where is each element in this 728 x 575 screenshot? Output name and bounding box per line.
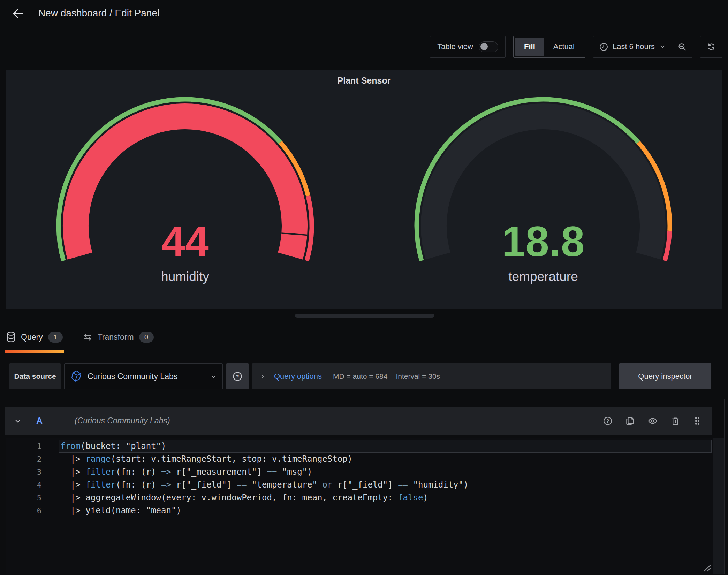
query-options-link[interactable]: Query options [274,372,322,381]
chevron-right-icon [260,374,266,380]
actual-button[interactable]: Actual [544,38,584,56]
back-button[interactable] [8,6,24,22]
chevron-down-icon [210,373,217,380]
refresh-button[interactable] [700,36,722,58]
tabs-divider [0,353,728,353]
help-circle-icon: ? [232,371,243,382]
table-view-toggle[interactable] [479,41,498,52]
code-line[interactable]: 4 |> filter(fn: (r) => r["_field"] == "t… [59,478,712,491]
line-number: 5 [6,491,41,504]
database-icon [6,332,16,343]
query-datasource-hint: (Curious Community Labs) [75,416,170,426]
max-data-points-value: MD = auto = 684 [333,372,387,381]
line-number: 3 [6,466,41,478]
tab-transform[interactable]: Transform 0 [82,321,155,353]
panel-toolbar: Table view Fill Actual Last 6 hours [430,36,722,58]
svg-text:44: 44 [161,218,209,265]
query-ref-id: A [36,416,43,426]
svg-text:18.8: 18.8 [502,218,584,265]
pane-resize-handle[interactable] [295,314,434,318]
grafana-edit-panel: New dashboard / Edit Panel Table view Fi… [0,0,728,575]
help-circle-icon[interactable]: ? [603,416,613,426]
tab-query-label: Query [21,332,43,342]
flux-query-editor[interactable]: 1from(bucket: "plant")2 |> range(start: … [6,438,724,574]
code-line[interactable]: 3 |> filter(fn: (r) => r["_measurement"]… [59,466,712,478]
gauges-row: 44humidity 18.8temperature [6,86,722,292]
active-tab-indicator [5,350,64,353]
influxdb-datasource-icon [70,370,83,383]
editor-resize-handle[interactable] [702,562,711,572]
duplicate-query-icon[interactable] [625,416,635,426]
time-range-picker[interactable]: Last 6 hours [593,36,692,58]
datasource-name: Curious Community Labs [88,372,177,381]
query-toolbar: Data source Curious Community Labs [9,363,711,389]
transform-icon [83,332,92,342]
line-number: 4 [6,478,41,491]
tab-query-count: 1 [48,332,63,343]
line-number: 2 [6,453,41,466]
code-line[interactable]: 2 |> range(start: v.timeRangeStart, stop… [59,453,712,466]
arrow-left-icon [9,6,24,21]
code-lines: 1from(bucket: "plant")2 |> range(start: … [6,438,724,517]
svg-text:temperature: temperature [508,269,578,284]
clock-icon [599,42,608,52]
svg-text:?: ? [236,374,239,380]
refresh-icon [706,42,716,52]
code-line[interactable]: 6 |> yield(name: "mean") [59,504,712,517]
panel-title: Plant Sensor [6,70,722,86]
page-title: New dashboard / Edit Panel [38,8,159,19]
query-row-header: A (Curious Community Labs) ? [5,407,712,435]
datasource-label: Data source [9,363,61,389]
gauge-humidity: 44humidity [6,86,364,292]
drag-handle-icon[interactable] [693,416,702,426]
code-line[interactable]: 5 |> aggregateWindow(every: v.windowPeri… [59,491,712,504]
line-number: 1 [6,440,41,453]
query-inspector-button[interactable]: Query inspector [619,363,711,389]
time-range-label: Last 6 hours [613,42,655,51]
query-row-actions: ? [603,416,702,426]
tab-transform-label: Transform [98,332,134,342]
gauge-temperature: 18.8temperature [364,86,722,292]
zoom-out-button[interactable] [672,42,692,52]
line-number: 6 [6,504,41,517]
display-mode-group: Fill Actual [513,36,585,58]
collapse-chevron-icon[interactable] [14,417,22,425]
plant-sensor-panel: Plant Sensor 44humidity 18.8temperature [6,70,722,309]
page-scrollbar[interactable] [724,399,725,574]
chevron-down-icon [659,43,666,50]
table-view-group: Table view [430,36,506,58]
datasource-picker[interactable]: Curious Community Labs [64,363,223,389]
datasource-help-button[interactable]: ? [226,363,249,389]
interval-value: Interval = 30s [396,372,440,381]
tab-transform-count: 0 [139,332,154,343]
table-view-label: Table view [437,42,473,51]
zoom-out-icon [677,42,687,52]
time-range-main[interactable]: Last 6 hours [593,42,672,52]
toggle-knob [480,43,488,50]
fill-button[interactable]: Fill [515,38,544,56]
svg-text:humidity: humidity [161,269,209,284]
tab-query[interactable]: Query 1 [5,321,64,353]
code-line[interactable]: 1from(bucket: "plant") [59,440,712,453]
bottom-tabs: Query 1 Transform 0 [5,321,155,353]
query-options-bar[interactable]: Query options MD = auto = 684 Interval =… [252,363,611,389]
svg-text:?: ? [606,418,609,424]
delete-query-trash-icon[interactable] [670,416,680,426]
toggle-visibility-eye-icon[interactable] [647,416,658,426]
